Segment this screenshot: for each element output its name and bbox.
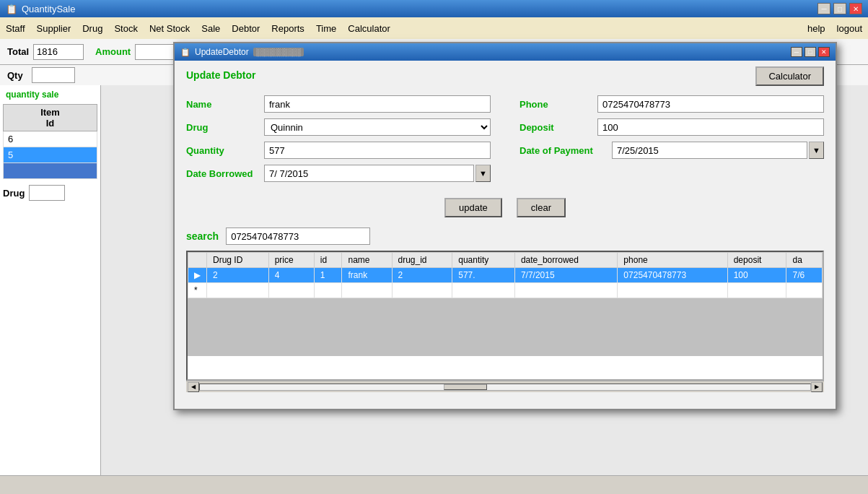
menu-items: Staff Supplier Drug Stock Net Stock Sale…	[6, 23, 390, 34]
menu-reports[interactable]: Reports	[271, 23, 304, 34]
menu-time[interactable]: Time	[316, 23, 336, 34]
status-bar	[0, 475, 868, 494]
horizontal-scrollbar[interactable]: ◀ ▶	[186, 381, 824, 392]
table-row[interactable]: ▶ 2 4 1 frank 2 577. 7/7/2015 0725470478…	[188, 268, 823, 283]
amount-label: Amount	[95, 46, 131, 57]
modal-maximize-button[interactable]: □	[805, 47, 816, 57]
date-borrowed-header: date_borrowed	[514, 253, 617, 268]
phone-cell: 0725470478773	[618, 268, 727, 283]
col-header	[188, 253, 207, 268]
deposit-col-header: deposit	[727, 253, 786, 268]
title-bar-left: 📋 QuantitySale	[6, 4, 75, 14]
price-header: price	[268, 253, 314, 268]
title-bar: 📋 QuantitySale ─ □ ✕	[0, 0, 868, 17]
drug-input[interactable]	[29, 185, 65, 201]
menu-bar: Staff Supplier Drug Stock Net Stock Sale…	[0, 17, 868, 39]
total-group: Total	[7, 44, 84, 60]
date-borrowed-empty	[514, 283, 617, 298]
data-table-wrapper: Drug ID price id name drug_id quantity d…	[186, 251, 824, 381]
phone-input[interactable]	[597, 95, 824, 113]
da-cell: 7/6	[786, 268, 823, 283]
scroll-left-button[interactable]: ◀	[188, 382, 199, 392]
app-icon: 📋	[6, 4, 17, 14]
search-label: search	[186, 230, 219, 242]
table-empty-area	[188, 298, 823, 356]
main-content: quantity sale ItemId 6 5 Drug	[0, 85, 868, 475]
deposit-cell: 100	[727, 268, 786, 283]
drug-id-val-cell: 2	[392, 268, 452, 283]
item-id-cell: 6	[4, 131, 97, 147]
item-id-header: ItemId	[4, 105, 97, 131]
scroll-right-button[interactable]: ▶	[811, 382, 823, 392]
name-row: Name	[186, 95, 491, 113]
drug-select[interactable]: Quinnin	[264, 118, 491, 136]
quantity-cell-empty	[452, 283, 515, 298]
drug-section: Drug	[3, 185, 97, 201]
modal-close-button[interactable]: ✕	[818, 47, 830, 57]
drug-id-cell: 2	[207, 268, 269, 283]
app-title: QuantitySale	[22, 4, 75, 14]
phone-row: Phone	[520, 95, 824, 113]
search-row: search	[186, 228, 824, 245]
table-row[interactable]: 6	[4, 131, 97, 147]
menu-sale[interactable]: Sale	[201, 23, 220, 34]
date-borrowed-picker: ▼	[264, 165, 491, 182]
date-borrowed-label: Date Borrowed	[186, 168, 258, 179]
date-borrowed-input[interactable]	[264, 165, 474, 182]
search-section: search Drug ID price id	[186, 228, 824, 392]
da-header: da	[786, 253, 823, 268]
name-label: Name	[186, 99, 258, 110]
modal-content: Calculator Update Debtor Name Drug	[175, 61, 836, 401]
drug-row: Drug Quinnin	[186, 118, 491, 136]
id-header: id	[314, 253, 342, 268]
menu-staff[interactable]: Staff	[6, 23, 25, 34]
table-row[interactable]	[4, 163, 97, 179]
scroll-track[interactable]	[199, 384, 811, 391]
item-id-cell	[4, 163, 97, 179]
menu-debtor[interactable]: Debtor	[232, 23, 260, 34]
total-label: Total	[7, 46, 29, 57]
date-borrowed-row: Date Borrowed ▼	[186, 165, 491, 182]
menu-logout[interactable]: logout	[837, 23, 862, 34]
minimize-button[interactable]: ─	[817, 3, 830, 14]
menu-net-stock[interactable]: Net Stock	[149, 23, 190, 34]
modal-icon: 📋	[180, 48, 190, 57]
deposit-cell-empty	[727, 283, 786, 298]
menu-supplier[interactable]: Supplier	[37, 23, 71, 34]
price-cell-empty	[268, 283, 314, 298]
clear-button[interactable]: clear	[517, 198, 566, 217]
drug-id-header: Drug ID	[207, 253, 269, 268]
qty-input[interactable]	[32, 67, 75, 83]
price-cell: 4	[268, 268, 314, 283]
date-payment-calendar-button[interactable]: ▼	[809, 142, 824, 159]
modal-title-bar: 📋 UpdateDebtor ░░░░░░░░ ─ □ ✕	[175, 43, 836, 61]
date-of-payment-picker: ▼	[612, 142, 824, 159]
menu-calculator[interactable]: Calculator	[348, 23, 390, 34]
table-row[interactable]: *	[188, 283, 823, 298]
modal-minimize-button[interactable]: ─	[791, 47, 802, 57]
deposit-input[interactable]	[597, 118, 824, 136]
search-input[interactable]	[226, 228, 370, 245]
row-arrow: ▶	[188, 268, 207, 283]
form-grid: Name Drug Quinnin Quantity	[186, 95, 824, 188]
phone-label: Phone	[520, 99, 592, 110]
id-cell-empty	[314, 283, 342, 298]
close-button[interactable]: ✕	[849, 3, 862, 14]
menu-drug[interactable]: Drug	[82, 23, 102, 34]
quantity-input[interactable]	[264, 142, 491, 159]
total-input[interactable]	[33, 44, 84, 60]
drug-id-col-header: drug_id	[392, 253, 452, 268]
menu-stock[interactable]: Stock	[114, 23, 138, 34]
maximize-button[interactable]: □	[833, 3, 846, 14]
date-of-payment-input[interactable]	[612, 142, 807, 159]
scroll-thumb[interactable]	[444, 384, 487, 390]
name-header: name	[342, 253, 392, 268]
calculator-button[interactable]: Calculator	[755, 66, 824, 86]
row-new-arrow: *	[188, 283, 207, 298]
name-input[interactable]	[264, 95, 491, 113]
date-of-payment-label: Date of Payment	[520, 145, 606, 156]
menu-help[interactable]: help	[807, 23, 825, 34]
update-button[interactable]: update	[444, 198, 502, 217]
table-row[interactable]: 5	[4, 147, 97, 163]
date-borrowed-calendar-button[interactable]: ▼	[475, 165, 491, 182]
